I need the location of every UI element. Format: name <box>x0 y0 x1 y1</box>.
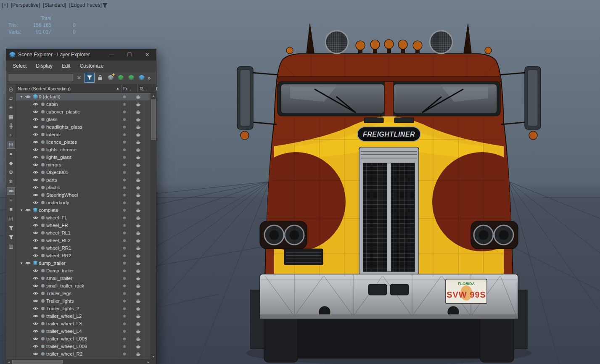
tree-row[interactable]: cabin ❄ <box>16 100 151 108</box>
frozen-cell[interactable]: ❄ <box>119 306 130 311</box>
tree-row[interactable]: lights_chrome ❄ <box>16 146 151 153</box>
frozen-cell[interactable]: ❄ <box>119 284 130 288</box>
visibility-eye-icon[interactable] <box>32 306 39 311</box>
column-header-name[interactable]: Name (Sorted Ascending) ▲ <box>16 84 122 92</box>
maximize-button[interactable]: ☐ <box>121 49 138 61</box>
viewport-label-part-0[interactable]: [+] <box>2 2 8 8</box>
render-cell[interactable] <box>132 193 144 198</box>
render-cell[interactable] <box>132 216 144 220</box>
display-bones-icon[interactable]: ◆ <box>7 160 15 167</box>
list-view-icon[interactable]: ≡ <box>7 197 15 204</box>
menu-select[interactable]: Select <box>8 63 31 69</box>
visibility-eye-icon[interactable] <box>32 170 39 174</box>
frozen-cell[interactable]: ❄ <box>119 140 130 145</box>
notes-icon[interactable]: ▤ <box>7 215 15 222</box>
close-button[interactable]: ✕ <box>138 49 156 61</box>
render-cell[interactable] <box>132 200 144 205</box>
render-cell[interactable] <box>132 291 144 296</box>
add-to-active-layer-button[interactable] <box>116 73 126 82</box>
column-header-render[interactable]: R... <box>138 84 154 92</box>
visibility-eye-icon[interactable] <box>32 238 39 243</box>
render-cell[interactable] <box>132 306 144 311</box>
tree-row[interactable]: underbody ❄ <box>16 199 151 206</box>
render-cell[interactable] <box>132 117 144 122</box>
tree-row[interactable]: wheel_RR2 ❄ <box>16 252 151 259</box>
tree-row[interactable]: trailer_wheel_L006 ❄ <box>16 343 151 350</box>
frozen-cell[interactable]: ❄ <box>119 148 130 152</box>
frozen-cell[interactable]: ❄ <box>119 352 130 356</box>
frozen-cell[interactable]: ❄ <box>119 299 130 303</box>
tree-row[interactable]: trailer_wheel_L3 ❄ <box>16 320 151 327</box>
display-cameras-icon[interactable]: ▦ <box>7 113 15 121</box>
frozen-cell[interactable]: ❄ <box>119 117 130 122</box>
tree-row[interactable]: ▼ 0 (default) ❄ <box>16 93 151 100</box>
scroll-right-icon[interactable]: ► <box>146 359 151 364</box>
frozen-cell[interactable]: ❄ <box>119 185 130 190</box>
tree-row[interactable]: Trailer_legs ❄ <box>16 290 151 297</box>
frozen-cell[interactable]: ❄ <box>119 269 130 273</box>
visibility-eye-icon[interactable] <box>32 291 39 295</box>
render-cell[interactable] <box>132 246 144 251</box>
tree-row[interactable]: trailer_wheel_L4 ❄ <box>16 327 151 335</box>
viewport-label-part-3[interactable]: [Edged Faces] <box>69 2 101 8</box>
visibility-eye-icon[interactable] <box>32 140 39 144</box>
horizontal-scroll-thumb[interactable] <box>12 360 63 364</box>
display-geometry-icon[interactable]: ⊞ <box>7 141 15 148</box>
visibility-eye-icon[interactable] <box>32 185 39 190</box>
render-cell[interactable] <box>132 102 144 107</box>
visibility-eye-icon[interactable] <box>32 200 39 205</box>
render-cell[interactable] <box>132 261 144 266</box>
display-shapes-icon[interactable]: ▱ <box>7 95 15 102</box>
expand-arrow-icon[interactable]: ▼ <box>19 261 24 265</box>
frozen-cell[interactable]: ❄ <box>119 95 130 99</box>
frozen-cell[interactable]: ❄ <box>119 170 130 175</box>
frozen-cell[interactable]: ❄ <box>119 110 130 114</box>
visibility-eye-icon[interactable] <box>32 329 39 333</box>
frozen-cell[interactable]: ❄ <box>119 291 130 296</box>
toolbar-overflow-chevron[interactable]: » <box>148 75 154 81</box>
tree-row[interactable]: cabover_plastic ❄ <box>16 108 151 116</box>
clear-search-icon[interactable]: ✕ <box>74 73 84 82</box>
expand-arrow-icon[interactable]: ▼ <box>19 95 24 99</box>
tree-row[interactable]: wheel_RL1 ❄ <box>16 229 151 237</box>
visibility-eye-icon[interactable] <box>32 269 39 273</box>
tree-row[interactable]: trailer_wheel_L005 ❄ <box>16 335 151 343</box>
frozen-cell[interactable]: ❄ <box>119 238 130 243</box>
expand-arrow-icon[interactable]: ▼ <box>19 208 24 212</box>
create-new-layer-button[interactable]: + <box>106 73 115 82</box>
render-cell[interactable] <box>132 110 144 114</box>
render-cell[interactable] <box>132 253 144 258</box>
render-cell[interactable] <box>132 352 144 356</box>
viewport-filter-icon[interactable] <box>102 3 108 8</box>
tree-row[interactable]: Dump_trailer ❄ <box>16 267 151 274</box>
frozen-cell[interactable]: ❄ <box>119 155 130 160</box>
lock-cell-editing-icon[interactable] <box>95 73 105 82</box>
visibility-eye-icon[interactable] <box>24 261 32 265</box>
tree-row[interactable]: SteeringWheel ❄ <box>16 191 151 199</box>
freeze-toggle-icon[interactable]: ❄ <box>7 178 15 185</box>
tree-row[interactable]: lights_glass ❄ <box>16 153 151 161</box>
column-header-display[interactable]: Displ <box>154 84 158 92</box>
render-cell[interactable] <box>132 231 144 235</box>
visibility-eye-icon[interactable] <box>32 337 39 341</box>
tree-row[interactable]: wheel_FR ❄ <box>16 222 151 229</box>
frozen-cell[interactable]: ❄ <box>119 322 130 326</box>
minimize-button[interactable]: — <box>103 49 121 61</box>
render-cell[interactable] <box>132 238 144 243</box>
frozen-cell[interactable]: ❄ <box>119 200 130 205</box>
render-cell[interactable] <box>132 269 144 273</box>
tree-row[interactable]: mirrors ❄ <box>16 161 151 169</box>
render-cell[interactable] <box>132 185 144 190</box>
tree-row[interactable]: small_trailer_rack ❄ <box>16 282 151 290</box>
frozen-cell[interactable]: ❄ <box>119 329 130 334</box>
render-cell[interactable] <box>132 322 144 326</box>
render-cell[interactable] <box>132 95 144 99</box>
render-cell[interactable] <box>132 140 144 145</box>
filter-icon[interactable] <box>7 234 15 241</box>
settings-gear-icon[interactable]: ⚙ <box>7 169 15 176</box>
frozen-cell[interactable]: ❄ <box>119 344 130 349</box>
frozen-cell[interactable]: ❄ <box>119 178 130 182</box>
horizontal-scrollbar[interactable]: ◄ ► <box>6 359 156 364</box>
visibility-eye-icon[interactable] <box>32 102 39 106</box>
vertical-scroll-thumb[interactable] <box>151 99 156 140</box>
